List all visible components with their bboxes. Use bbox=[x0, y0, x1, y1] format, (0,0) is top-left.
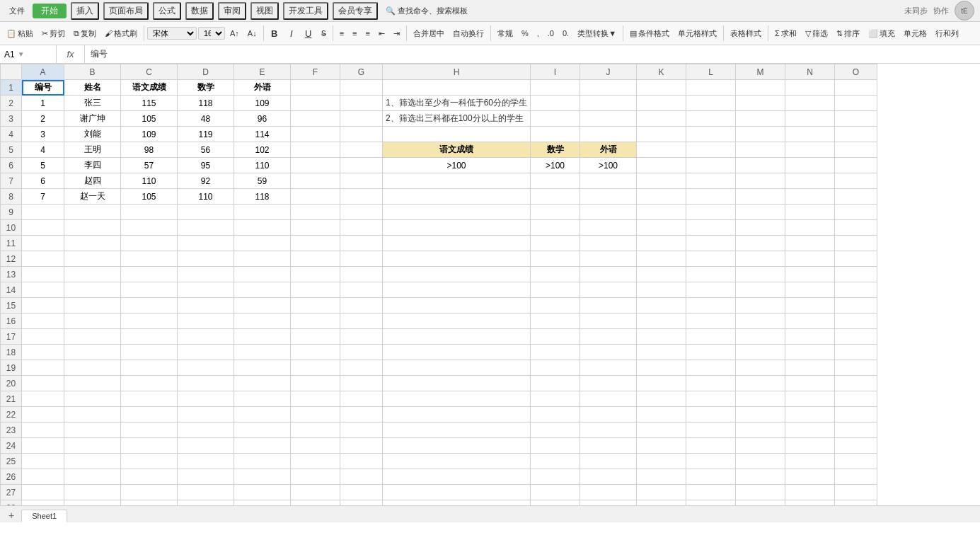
cell-L8[interactable] bbox=[686, 189, 736, 205]
row-num-2[interactable]: 2 bbox=[1, 96, 22, 111]
col-K-header[interactable]: K bbox=[637, 64, 686, 80]
cell-G4[interactable] bbox=[340, 127, 383, 142]
indent-increase-button[interactable]: ⇥ bbox=[390, 28, 403, 40]
cell-N1[interactable] bbox=[785, 80, 835, 96]
sort-button[interactable]: ⇅ 排序 bbox=[833, 27, 863, 40]
col-E-header[interactable]: E bbox=[234, 64, 291, 80]
cell-G1[interactable] bbox=[340, 80, 383, 96]
cell-B7[interactable]: 赵四 bbox=[64, 173, 121, 189]
cell-I3[interactable] bbox=[531, 111, 580, 127]
cell-F8[interactable] bbox=[291, 189, 340, 205]
filter-button[interactable]: ▽ 筛选 bbox=[802, 27, 831, 40]
cell-A5[interactable]: 4 bbox=[22, 142, 64, 158]
cell-I4[interactable] bbox=[531, 127, 580, 142]
cell-E1[interactable]: 外语 bbox=[234, 80, 291, 96]
col-M-header[interactable]: M bbox=[736, 64, 785, 80]
cell-O8[interactable] bbox=[835, 189, 877, 205]
cell-H4[interactable] bbox=[383, 127, 531, 142]
cell-M1[interactable] bbox=[736, 80, 785, 96]
cell-H7[interactable] bbox=[383, 173, 531, 189]
cell-M7[interactable] bbox=[736, 173, 785, 189]
file-menu[interactable]: 文件 bbox=[6, 4, 28, 18]
cell-K7[interactable] bbox=[637, 173, 686, 189]
cell-H3[interactable]: 2、筛选出三科都在100分以上的学生 bbox=[383, 111, 531, 127]
cell-N2[interactable] bbox=[785, 96, 835, 111]
cell-C7[interactable]: 110 bbox=[121, 173, 178, 189]
cell-J1[interactable] bbox=[580, 80, 637, 96]
cell-D1[interactable]: 数学 bbox=[178, 80, 234, 96]
cell-G5[interactable] bbox=[340, 142, 383, 158]
col-I-header[interactable]: I bbox=[531, 64, 580, 80]
increase-font-button[interactable]: A↑ bbox=[226, 28, 243, 39]
cell-N7[interactable] bbox=[785, 173, 835, 189]
cell-D2[interactable]: 118 bbox=[178, 96, 234, 111]
cell-J3[interactable] bbox=[580, 111, 637, 127]
cell-K2[interactable] bbox=[637, 96, 686, 111]
cell-E7[interactable]: 59 bbox=[234, 173, 291, 189]
cell-C1[interactable]: 语文成绩 bbox=[121, 80, 178, 96]
cell-B1[interactable]: 姓名 bbox=[64, 80, 121, 96]
cell-D3[interactable]: 48 bbox=[178, 111, 234, 127]
col-H-header[interactable]: H bbox=[383, 64, 531, 80]
cell-E8[interactable]: 118 bbox=[234, 189, 291, 205]
cell-J5-criteria-hdr[interactable]: 外语 bbox=[580, 142, 637, 158]
cell-G2[interactable] bbox=[340, 96, 383, 111]
cell-C2[interactable]: 115 bbox=[121, 96, 178, 111]
member-menu[interactable]: 会员专享 bbox=[333, 2, 378, 20]
cell-D6[interactable]: 95 bbox=[178, 158, 234, 173]
align-left-button[interactable]: ≡ bbox=[336, 28, 347, 39]
cell-width-button[interactable]: 单元格 bbox=[900, 27, 930, 40]
cell-I1[interactable] bbox=[531, 80, 580, 96]
cell-A6[interactable]: 5 bbox=[22, 158, 64, 173]
table-style-button[interactable]: 表格样式 bbox=[727, 27, 765, 40]
cell-J7[interactable] bbox=[580, 173, 637, 189]
cell-C4[interactable]: 109 bbox=[121, 127, 178, 142]
cell-K6[interactable] bbox=[637, 158, 686, 173]
cell-C6[interactable]: 57 bbox=[121, 158, 178, 173]
fill-button[interactable]: ⬜ 填充 bbox=[865, 27, 899, 40]
col-G-header[interactable]: G bbox=[340, 64, 383, 80]
cell-style-button[interactable]: 单元格样式 bbox=[674, 27, 720, 40]
copy-button[interactable]: ⧉ 复制 bbox=[70, 27, 100, 40]
row-num-6[interactable]: 6 bbox=[1, 158, 22, 173]
row-num-8[interactable]: 8 bbox=[1, 189, 22, 205]
cell-L7[interactable] bbox=[686, 173, 736, 189]
cell-D5[interactable]: 56 bbox=[178, 142, 234, 158]
decimal-inc-button[interactable]: .0 bbox=[544, 28, 558, 39]
start-button[interactable]: 开始 bbox=[33, 4, 67, 18]
auto-wrap-button[interactable]: 自动换行 bbox=[449, 27, 488, 40]
cell-F4[interactable] bbox=[291, 127, 340, 142]
cell-L6[interactable] bbox=[686, 158, 736, 173]
row-num-9[interactable]: 9 bbox=[1, 205, 22, 220]
decimal-dec-button[interactable]: 0. bbox=[559, 28, 572, 39]
cell-N8[interactable] bbox=[785, 189, 835, 205]
cell-B2[interactable]: 张三 bbox=[64, 96, 121, 111]
cell-A1[interactable]: 编号 bbox=[22, 80, 64, 96]
cell-A3[interactable]: 2 bbox=[22, 111, 64, 127]
sum-button[interactable]: Σ 求和 bbox=[771, 27, 800, 40]
paste-button[interactable]: 📋 粘贴 bbox=[3, 27, 37, 40]
add-sheet-button[interactable]: + bbox=[3, 508, 20, 522]
format-brush-button[interactable]: 🖌 格式刷 bbox=[101, 27, 141, 40]
cell-O3[interactable] bbox=[835, 111, 877, 127]
cell-H1[interactable] bbox=[383, 80, 531, 96]
sheet-area[interactable]: A B C D E F G H I J K L M N O bbox=[0, 64, 980, 505]
data-menu[interactable]: 数据 bbox=[185, 2, 214, 20]
page-layout-menu[interactable]: 页面布局 bbox=[103, 2, 149, 20]
col-N-header[interactable]: N bbox=[785, 64, 835, 80]
cell-K8[interactable] bbox=[637, 189, 686, 205]
cell-F5[interactable] bbox=[291, 142, 340, 158]
cell-K5[interactable] bbox=[637, 142, 686, 158]
cell-A9[interactable] bbox=[22, 205, 64, 220]
format-normal-button[interactable]: 常规 bbox=[494, 27, 517, 40]
align-right-button[interactable]: ≡ bbox=[362, 28, 374, 39]
cell-J8[interactable] bbox=[580, 189, 637, 205]
cell-O4[interactable] bbox=[835, 127, 877, 142]
cell-B3[interactable]: 谢广坤 bbox=[64, 111, 121, 127]
cell-D4[interactable]: 119 bbox=[178, 127, 234, 142]
cell-K4[interactable] bbox=[637, 127, 686, 142]
cell-F1[interactable] bbox=[291, 80, 340, 96]
cell-L4[interactable] bbox=[686, 127, 736, 142]
cell-A8[interactable]: 7 bbox=[22, 189, 64, 205]
cell-B4[interactable]: 刘能 bbox=[64, 127, 121, 142]
